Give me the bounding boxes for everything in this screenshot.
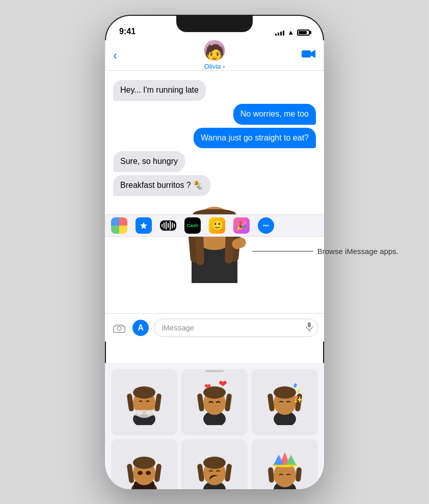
svg-point-39 (138, 471, 143, 475)
photos-app-button[interactable] (111, 217, 127, 234)
annotation-text: Browse iMessage apps. (317, 247, 398, 256)
svg-rect-3 (308, 322, 311, 327)
app-store-icon: A (138, 323, 144, 332)
svg-point-15 (132, 410, 143, 416)
contact-avatar: 🧑 (204, 40, 225, 61)
messages-area: Hey... I'm running late No worries, me t… (105, 71, 324, 316)
video-call-button[interactable] (302, 49, 316, 62)
input-area: A iMessage (105, 313, 324, 342)
stickers-button[interactable]: 🎉 (233, 217, 250, 234)
sticker-item[interactable] (252, 439, 318, 489)
svg-point-43 (203, 457, 226, 469)
svg-text:❤: ❤ (219, 379, 227, 389)
annotation: Browse iMessage apps. (252, 247, 398, 256)
app-store-tray-button[interactable] (136, 217, 152, 234)
cash-label: Cash (187, 223, 198, 228)
table-row: No worries, me too (113, 104, 316, 125)
svg-rect-30 (297, 389, 300, 394)
svg-point-2 (117, 326, 121, 330)
message-bubble[interactable]: Hey... I'm running late (113, 80, 206, 101)
soundwave-button[interactable] (160, 220, 176, 231)
svg-point-16 (146, 410, 156, 416)
apple-cash-button[interactable]: Cash (184, 217, 201, 234)
table-row: Wanna just go straight to eat? (113, 128, 316, 149)
stickers-icon: 🎉 (236, 220, 247, 231)
message-bubble[interactable]: Wanna just go straight to eat? (194, 128, 316, 149)
message-bubble[interactable]: Breakfast burritos ? 🌯 (113, 175, 210, 196)
sticker-panel: ❤ ❤ (105, 363, 324, 489)
contact-info[interactable]: 🧑 Olivia › (204, 40, 225, 70)
svg-point-40 (146, 471, 151, 475)
app-tray: Cash 🙂 🎉 (105, 214, 324, 237)
svg-point-26 (274, 386, 296, 399)
message-text: No worries, me too (240, 109, 309, 118)
svg-text:✨: ✨ (294, 396, 303, 404)
svg-rect-55 (296, 467, 302, 482)
browse-apps-button[interactable] (258, 217, 274, 234)
svg-point-11 (133, 386, 155, 399)
drag-handle (205, 370, 224, 372)
memoji-button[interactable]: 🙂 (209, 217, 225, 234)
svg-text:❤: ❤ (204, 382, 211, 391)
table-row: Hey... I'm running late (113, 80, 316, 101)
camera-button[interactable] (111, 320, 127, 336)
sticker-grid: ❤ ❤ (105, 363, 324, 489)
table-row: Breakfast burritos ? 🌯 (113, 175, 316, 196)
message-input-wrapper: iMessage (154, 319, 318, 337)
battery-icon (297, 30, 310, 36)
wifi-icon: ▲ (287, 29, 294, 36)
input-placeholder: iMessage (162, 323, 194, 332)
svg-marker-1 (311, 50, 315, 58)
sticker-item[interactable] (111, 439, 177, 489)
back-chevron-icon: ‹ (113, 48, 117, 63)
contact-name: Olivia › (204, 63, 225, 70)
notch (176, 15, 253, 32)
message-input[interactable]: iMessage (154, 319, 318, 337)
svg-point-8 (267, 225, 269, 227)
microphone-icon[interactable] (306, 322, 313, 333)
message-text: Hey... I'm running late (120, 86, 199, 94)
app-store-button[interactable]: A (132, 320, 149, 336)
message-list: Hey... I'm running late No worries, me t… (105, 76, 324, 295)
message-bubble[interactable]: Sure, so hungry (113, 151, 185, 172)
message-text: Breakfast burritos ? 🌯 (120, 181, 203, 189)
sticker-item[interactable]: ✨ (252, 369, 318, 435)
svg-point-6 (263, 225, 265, 227)
memoji-icon: 🙂 (210, 219, 224, 232)
back-button[interactable]: ‹ (113, 48, 117, 63)
svg-point-7 (265, 225, 267, 227)
sticker-item[interactable] (181, 439, 248, 489)
message-text: Wanna just go straight to eat? (201, 133, 309, 142)
svg-rect-54 (268, 467, 275, 483)
table-row: Sure, so hungry (113, 151, 316, 172)
message-bubble[interactable]: No worries, me too (233, 104, 316, 125)
annotation-line (252, 251, 313, 251)
sticker-item[interactable]: ❤ ❤ (181, 369, 248, 435)
svg-point-36 (133, 457, 155, 469)
svg-rect-0 (302, 50, 311, 58)
status-icons: ▲ (275, 29, 310, 36)
status-time: 9:41 (119, 27, 136, 36)
signal-bars-icon (275, 30, 284, 36)
sticker-item[interactable] (111, 369, 177, 435)
soundwave-icon (162, 220, 175, 231)
nav-header: ‹ 🧑 Olivia › (105, 40, 324, 71)
svg-rect-29 (293, 383, 297, 388)
message-text: Sure, so hungry (120, 157, 178, 165)
